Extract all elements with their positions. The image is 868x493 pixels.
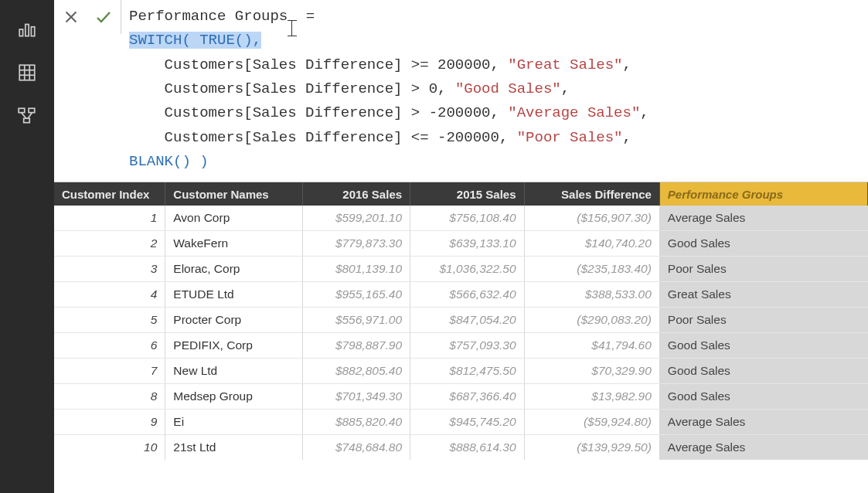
- col-2016-sales[interactable]: 2016 Sales: [302, 182, 410, 206]
- formula-line6-post: ,: [623, 129, 631, 146]
- cell-name: Procter Corp: [165, 308, 302, 333]
- cell-perf-group: Poor Sales: [659, 308, 867, 333]
- main-content: Performance Groups = SWITCH( TRUE(), Cus…: [54, 0, 868, 493]
- cell-name: Avon Corp: [165, 206, 302, 231]
- cell-name: ETUDE Ltd: [165, 282, 302, 308]
- cell-sales-diff: ($290,083.20): [524, 308, 659, 333]
- cell-2015-sales: $757,093.30: [410, 333, 524, 359]
- cell-sales-diff: $70,329.90: [524, 359, 659, 384]
- cell-sales-diff: ($235,183.40): [524, 257, 659, 282]
- col-customer-names[interactable]: Customer Names: [165, 182, 302, 206]
- formula-accept-button[interactable]: [93, 6, 114, 28]
- cell-sales-diff: $140,740.20: [524, 231, 659, 257]
- cell-2015-sales: $812,475.50: [410, 359, 524, 384]
- cell-perf-group: Great Sales: [659, 282, 867, 308]
- view-sidebar: [0, 0, 54, 493]
- col-customer-index[interactable]: Customer Index: [54, 182, 165, 206]
- formula-cancel-button[interactable]: [60, 6, 82, 28]
- cell-sales-diff: ($139,929.50): [524, 435, 659, 461]
- formula-line7: BLANK() ): [129, 153, 209, 170]
- cell-perf-group: Good Sales: [659, 359, 867, 384]
- cell-perf-group: Good Sales: [659, 384, 867, 410]
- report-view-icon[interactable]: [16, 19, 38, 40]
- cell-2016-sales: $556,971.00: [302, 308, 410, 333]
- table-row[interactable]: 5Procter Corp$556,971.00$847,054.20($290…: [54, 308, 868, 333]
- formula-line3-post: ,: [623, 56, 631, 73]
- svg-rect-3: [19, 65, 35, 80]
- cell-index: 5: [54, 308, 165, 333]
- cell-2016-sales: $801,139.10: [302, 257, 410, 282]
- cell-2015-sales: $566,632.40: [410, 282, 524, 308]
- cell-name: New Ltd: [165, 359, 302, 384]
- cell-index: 9: [54, 410, 165, 435]
- cell-2016-sales: $748,684.80: [302, 435, 410, 461]
- cell-2015-sales: $756,108.40: [410, 206, 524, 231]
- cell-name: Ei: [165, 410, 302, 435]
- formula-line6-str: "Poor Sales": [517, 129, 623, 146]
- cell-name: 21st Ltd: [165, 435, 302, 461]
- cell-2015-sales: $687,366.40: [410, 384, 524, 410]
- formula-line3-str: "Great Sales": [508, 56, 622, 73]
- cell-2016-sales: $779,873.30: [302, 231, 410, 257]
- formula-text-1: Performance Groups: [129, 8, 288, 25]
- formula-line4-pre: Customers[Sales Difference] > 0,: [129, 80, 455, 97]
- cell-2016-sales: $882,805.40: [302, 359, 410, 384]
- cell-2015-sales: $1,036,322.50: [410, 257, 524, 282]
- table-row[interactable]: 3Elorac, Corp$801,139.10$1,036,322.50($2…: [54, 257, 868, 282]
- svg-line-12: [28, 113, 32, 119]
- col-performance-groups[interactable]: Performance Groups: [659, 182, 867, 206]
- cell-index: 7: [54, 359, 165, 384]
- cell-sales-diff: ($59,924.80): [524, 410, 659, 435]
- formula-bar[interactable]: Performance Groups = SWITCH( TRUE(), Cus…: [121, 0, 868, 182]
- cell-name: PEDIFIX, Corp: [165, 333, 302, 359]
- table-body: 1Avon Corp$599,201.10$756,108.40($156,90…: [54, 206, 868, 460]
- formula-bar-row: Performance Groups = SWITCH( TRUE(), Cus…: [54, 0, 868, 182]
- cell-index: 4: [54, 282, 165, 308]
- col-sales-difference[interactable]: Sales Difference: [524, 182, 659, 206]
- cell-index: 6: [54, 333, 165, 359]
- svg-rect-0: [19, 29, 22, 36]
- formula-actions: [54, 0, 121, 34]
- formula-text-1b: =: [297, 8, 315, 25]
- cell-2016-sales: $955,165.40: [302, 282, 410, 308]
- table-header-row: Customer Index Customer Names 2016 Sales…: [54, 182, 868, 206]
- cell-2015-sales: $888,614.30: [410, 435, 524, 461]
- cell-index: 8: [54, 384, 165, 410]
- cell-sales-diff: ($156,907.30): [524, 206, 659, 231]
- col-2015-sales[interactable]: 2015 Sales: [410, 182, 524, 206]
- cell-2016-sales: $599,201.10: [302, 206, 410, 231]
- cell-perf-group: Average Sales: [659, 435, 867, 461]
- formula-line4-post: ,: [561, 80, 570, 97]
- cell-index: 10: [54, 435, 165, 461]
- table-row[interactable]: 2WakeFern$779,873.30$639,133.10$140,740.…: [54, 231, 868, 257]
- svg-rect-2: [31, 27, 34, 36]
- svg-rect-1: [26, 25, 29, 36]
- table-row[interactable]: 7New Ltd$882,805.40$812,475.50$70,329.90…: [54, 359, 868, 384]
- cell-index: 1: [54, 206, 165, 231]
- data-view-icon[interactable]: [16, 62, 38, 83]
- cell-2015-sales: $639,133.10: [410, 231, 524, 257]
- formula-line5-pre: Customers[Sales Difference] > -200000,: [129, 104, 508, 121]
- formula-line3-pre: Customers[Sales Difference] >= 200000,: [129, 56, 508, 73]
- table-row[interactable]: 8Medsep Group$701,349.30$687,366.40$13,9…: [54, 384, 868, 410]
- model-view-icon[interactable]: [16, 105, 38, 127]
- data-table-wrap: Customer Index Customer Names 2016 Sales…: [54, 182, 868, 460]
- svg-rect-9: [29, 108, 35, 112]
- cell-perf-group: Average Sales: [659, 410, 867, 435]
- cell-perf-group: Good Sales: [659, 231, 867, 257]
- data-table: Customer Index Customer Names 2016 Sales…: [54, 182, 868, 460]
- cell-name: Medsep Group: [165, 384, 302, 410]
- cell-2015-sales: $847,054.20: [410, 308, 524, 333]
- table-row[interactable]: 6PEDIFIX, Corp$798,887.90$757,093.30$41,…: [54, 333, 868, 359]
- cell-index: 3: [54, 257, 165, 282]
- cell-2016-sales: $885,820.40: [302, 410, 410, 435]
- cell-2016-sales: $798,887.90: [302, 333, 410, 359]
- table-row[interactable]: 4ETUDE Ltd$955,165.40$566,632.40$388,533…: [54, 282, 868, 308]
- table-row[interactable]: 1021st Ltd$748,684.80$888,614.30($139,92…: [54, 435, 868, 461]
- svg-rect-10: [24, 118, 30, 122]
- table-row[interactable]: 1Avon Corp$599,201.10$756,108.40($156,90…: [54, 206, 868, 231]
- svg-line-11: [21, 113, 26, 119]
- cell-name: Elorac, Corp: [165, 257, 302, 282]
- cell-sales-diff: $388,533.00: [524, 282, 659, 308]
- table-row[interactable]: 9Ei$885,820.40$945,745.20($59,924.80)Ave…: [54, 410, 868, 435]
